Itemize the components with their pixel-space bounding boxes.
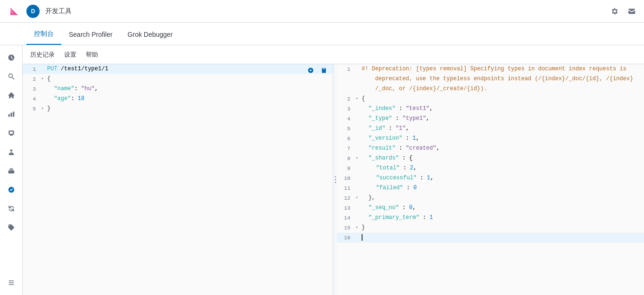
app-title: 开发工具 — [45, 7, 604, 16]
sidebar-icon-monitor[interactable] — [3, 125, 20, 142]
topbar: D 开发工具 — [0, 0, 644, 23]
code-line: 4 "age": 18 — [23, 94, 333, 104]
code-line: 1 /_doc, or /{index}/_create/{id}). — [337, 84, 644, 94]
code-line-cursor: 16 — [337, 233, 644, 243]
left-code-editor[interactable]: 1 PUT /test1/type1/1 2 ▾ { 3 "name — [23, 64, 333, 295]
code-line: 3 "name": "hu", — [23, 84, 333, 94]
code-line: 1 #! Deprecation: [types removal] Specif… — [337, 64, 644, 74]
code-line: 1 deprecated, use the typeless endpoints… — [337, 74, 644, 84]
toolbar-settings[interactable]: 设置 — [64, 51, 76, 59]
code-line: 8 ▾ "_shards" : { — [337, 153, 644, 163]
code-line: 4 "_type" : "type1", — [337, 114, 644, 124]
sidebar-icon-search[interactable] — [3, 68, 20, 85]
code-line: 5 ▾ } — [23, 104, 333, 114]
sidebar-icon-visualize[interactable] — [3, 106, 20, 123]
code-line: 2 ▾ { — [23, 74, 333, 84]
editor-area: 1 PUT /test1/type1/1 2 ▾ { 3 "name — [23, 64, 644, 295]
sidebar-icon-menu[interactable] — [3, 274, 20, 291]
code-line: 15 ▾ } — [337, 223, 644, 233]
editor-actions — [305, 65, 329, 76]
code-line: 12 ▾ }, — [337, 193, 644, 203]
code-line: 7 "result" : "created", — [337, 143, 644, 153]
code-line: 10 "successful" : 1, — [337, 173, 644, 183]
sidebar-icon-user[interactable] — [3, 143, 20, 160]
sidebar-icon-wave[interactable] — [3, 219, 20, 236]
toolbar-help[interactable]: 帮助 — [86, 51, 98, 59]
code-line: 3 "_index" : "test1", — [337, 104, 644, 114]
toolbar-history[interactable]: 历史记录 — [30, 51, 55, 59]
content-area: 历史记录 设置 帮助 1 — [23, 45, 644, 295]
right-output-pane: 1 #! Deprecation: [types removal] Specif… — [337, 64, 644, 295]
settings-icon[interactable] — [610, 7, 619, 16]
code-line: 2 ▾ { — [337, 94, 644, 104]
run-button[interactable] — [305, 65, 316, 76]
code-line: 9 "total" : 2, — [337, 163, 644, 173]
copy-as-curl-button[interactable] — [319, 65, 329, 76]
mail-icon[interactable] — [627, 7, 636, 16]
code-line: 6 "_version" : 1, — [337, 134, 644, 143]
pane-divider[interactable] — [333, 64, 337, 295]
main-content: 历史记录 设置 帮助 1 — [0, 45, 644, 295]
left-editor-pane: 1 PUT /test1/type1/1 2 ▾ { 3 "name — [23, 64, 333, 295]
tab-console[interactable]: 控制台 — [26, 24, 61, 45]
toolbar: 历史记录 设置 帮助 — [23, 45, 644, 64]
sidebar-icon-home[interactable] — [3, 87, 20, 104]
code-line: 13 "_seq_no" : 0, — [337, 203, 644, 213]
user-avatar[interactable]: D — [26, 5, 40, 18]
sidebar-icon-stack[interactable] — [3, 162, 20, 179]
sidebar-icon-tools[interactable] — [3, 181, 20, 198]
sidebar-icon-clock[interactable] — [3, 49, 20, 66]
code-line: 11 "failed" : 0 — [337, 183, 644, 193]
tab-grok-debugger[interactable]: Grok Debugger — [120, 25, 181, 45]
code-line: 14 "_primary_term" : 1 — [337, 213, 644, 223]
nav-tabs: 控制台 Search Profiler Grok Debugger — [0, 23, 644, 45]
topbar-actions — [610, 7, 636, 16]
code-line: 1 PUT /test1/type1/1 — [23, 64, 333, 74]
kibana-logo — [8, 5, 21, 18]
code-line: 5 "_id" : "1", — [337, 124, 644, 134]
sidebar — [0, 45, 23, 295]
sidebar-icon-refresh[interactable] — [3, 200, 20, 217]
right-code-editor[interactable]: 1 #! Deprecation: [types removal] Specif… — [337, 64, 644, 295]
tab-search-profiler[interactable]: Search Profiler — [61, 25, 120, 45]
